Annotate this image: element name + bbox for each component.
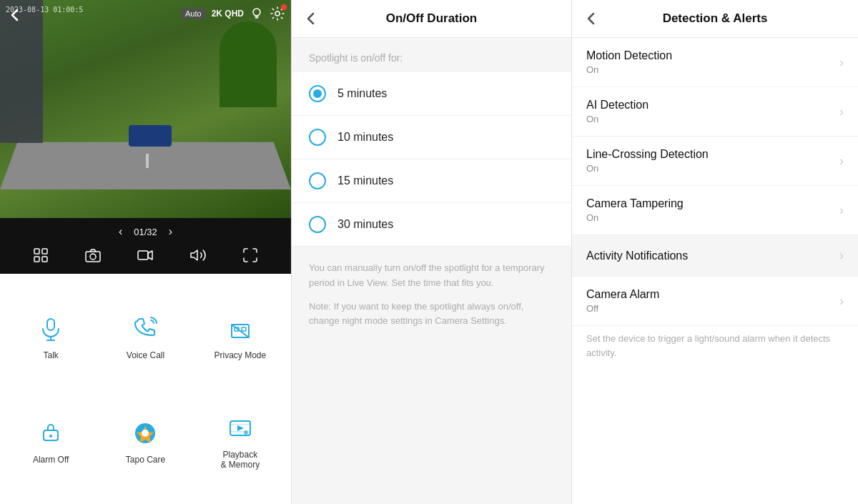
radio-10min	[309, 129, 326, 146]
svg-rect-3	[42, 249, 47, 254]
option-5min[interactable]: 5 minutes	[292, 72, 571, 116]
camera-alarm-description: Set the device to trigger a light/sound …	[572, 326, 858, 371]
svg-point-18	[49, 435, 52, 438]
nav-next-button[interactable]: ›	[169, 225, 172, 238]
middle-back-button[interactable]	[303, 11, 319, 26]
volume-icon[interactable]	[189, 247, 207, 264]
right-panel: Detection & Alerts Motion Detection On ›…	[572, 0, 858, 504]
ai-detection-info: AI Detection On	[586, 99, 649, 124]
option-15min[interactable]: 15 minutes	[292, 159, 571, 203]
svg-point-22	[244, 430, 248, 435]
middle-header: On/Off Duration	[292, 0, 571, 38]
motion-detection-chevron: ›	[839, 55, 844, 70]
left-panel: 2023-08-13 01:00:5 Auto 2K QHD	[0, 0, 291, 504]
nav-counter: 01/32	[134, 227, 157, 237]
road-line	[146, 154, 149, 168]
right-header: Detection & Alerts	[572, 0, 858, 38]
activity-notifications-item[interactable]: Activity Notifications ›	[572, 235, 858, 277]
camera-alarm-chevron: ›	[839, 294, 844, 309]
settings-wrap	[270, 6, 285, 21]
middle-title: On/Off Duration	[386, 11, 477, 26]
line-crossing-status: On	[586, 163, 709, 174]
playback-memory-button[interactable]: Playback& Memory	[197, 392, 284, 490]
bulb-icon[interactable]	[250, 6, 264, 21]
alarm-off-button[interactable]: Alarm Off	[7, 392, 94, 490]
ai-detection-chevron: ›	[839, 104, 844, 119]
tapo-care-button[interactable]: Tapo Care	[102, 392, 189, 490]
privacy-mode-button[interactable]: Privacy Mode	[197, 288, 284, 385]
radio-15min	[309, 172, 326, 189]
line-crossing-name: Line-Crossing Detection	[586, 148, 709, 161]
ai-detection-status: On	[586, 114, 649, 124]
line-crossing-item[interactable]: Line-Crossing Detection On ›	[572, 137, 858, 186]
phone-icon	[129, 313, 161, 345]
svg-rect-8	[138, 251, 148, 260]
tapo-care-icon	[129, 417, 161, 449]
tool-bar	[0, 241, 291, 270]
camera-tampering-status: On	[586, 212, 684, 223]
camera-tampering-item[interactable]: Camera Tampering On ›	[572, 186, 858, 235]
camera-view: 2023-08-13 01:00:5 Auto 2K QHD	[0, 0, 291, 218]
right-title: Detection & Alerts	[663, 11, 768, 26]
camera-icon[interactable]	[84, 247, 102, 264]
resolution-badge: 2K QHD	[212, 9, 244, 19]
info-box: You can manually turn on/off the spotlig…	[292, 247, 571, 343]
svg-rect-9	[47, 319, 54, 330]
motion-detection-info: Motion Detection On	[586, 49, 672, 75]
camera-tampering-name: Camera Tampering	[586, 197, 684, 210]
middle-panel: On/Off Duration Spotlight is on/off for:…	[291, 0, 572, 504]
camera-alarm-info: Camera Alarm Off	[586, 288, 659, 314]
camera-back-button[interactable]	[7, 7, 23, 23]
info-text-1: You can manually turn on/off the spotlig…	[309, 261, 554, 291]
camera-alarm-status: Off	[586, 303, 659, 314]
motion-detection-name: Motion Detection	[586, 49, 672, 62]
option-10min-label: 10 minutes	[337, 131, 393, 144]
svg-rect-6	[86, 252, 100, 262]
playback-icon	[225, 412, 256, 444]
video-icon[interactable]	[137, 247, 154, 264]
grid-icon[interactable]	[32, 247, 49, 264]
camera-alarm-item[interactable]: Camera Alarm Off ›	[572, 277, 858, 326]
svg-point-1	[275, 11, 280, 16]
activity-notifications-name: Activity Notifications	[586, 249, 688, 262]
nav-prev-button[interactable]: ‹	[119, 225, 122, 238]
radio-5min	[309, 85, 326, 102]
line-crossing-info: Line-Crossing Detection On	[586, 148, 709, 174]
ai-detection-item[interactable]: AI Detection On ›	[572, 87, 858, 137]
duration-options-list: 5 minutes 10 minutes 15 minutes 30 minut…	[292, 72, 571, 247]
alarm-off-label: Alarm Off	[33, 455, 69, 465]
spotlight-label: Spotlight is on/off for:	[292, 38, 571, 72]
auto-badge: Auto	[181, 8, 206, 19]
option-15min-label: 15 minutes	[337, 174, 393, 187]
camera-tampering-info: Camera Tampering On	[586, 197, 684, 223]
fullscreen-icon[interactable]	[242, 247, 259, 264]
activity-notifications-chevron: ›	[839, 248, 844, 263]
voice-call-label: Voice Call	[127, 350, 164, 360]
info-text-2: Note: If you want to keep the spotlight …	[309, 300, 554, 330]
svg-point-0	[253, 9, 260, 16]
tapo-care-label: Tapo Care	[126, 455, 165, 465]
camera-bottom-bar: ‹ 01/32 ›	[0, 218, 291, 274]
option-30min[interactable]: 30 minutes	[292, 203, 571, 247]
svg-point-7	[90, 254, 96, 260]
voice-call-button[interactable]: Voice Call	[102, 288, 189, 385]
talk-button[interactable]: Talk	[7, 288, 94, 385]
ai-detection-name: AI Detection	[586, 99, 649, 112]
svg-rect-2	[34, 249, 39, 254]
option-10min[interactable]: 10 minutes	[292, 116, 571, 159]
camera-top-bar: Auto 2K QHD	[181, 6, 285, 21]
option-30min-label: 30 minutes	[337, 218, 393, 231]
talk-label: Talk	[43, 350, 58, 360]
camera-alarm-section: Camera Alarm Off › Set the device to tri…	[572, 277, 858, 371]
line-crossing-chevron: ›	[839, 154, 844, 169]
motion-detection-status: On	[586, 64, 672, 75]
option-5min-label: 5 minutes	[337, 87, 387, 100]
right-back-button[interactable]	[583, 11, 599, 26]
nav-bar: ‹ 01/32 ›	[0, 222, 291, 241]
privacy-icon	[225, 313, 256, 345]
motion-detection-item[interactable]: Motion Detection On ›	[572, 38, 858, 87]
camera-tampering-chevron: ›	[839, 203, 844, 218]
microphone-icon	[35, 313, 66, 345]
radio-30min	[309, 216, 326, 233]
actions-area: Talk Voice Call	[0, 274, 291, 504]
